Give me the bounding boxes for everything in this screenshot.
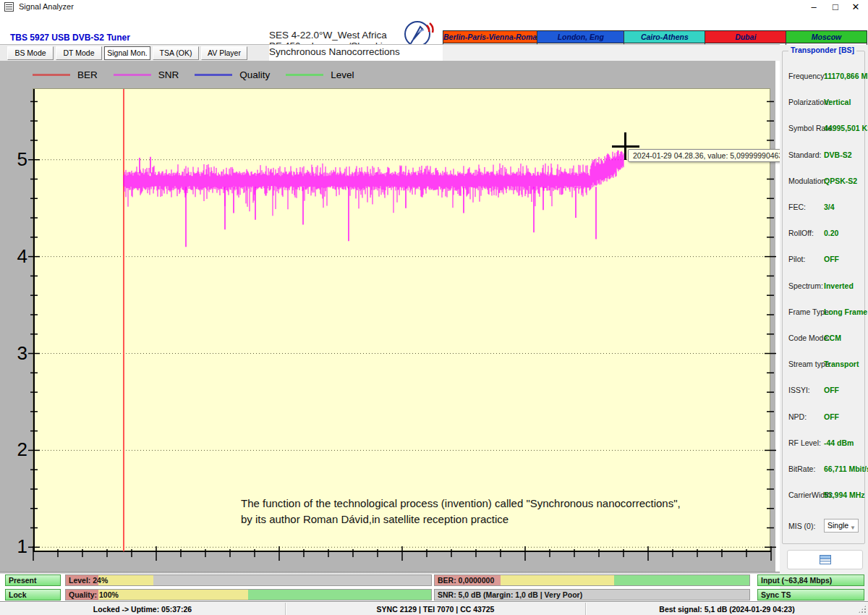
chart-tooltip: 2024-01-29 04.28.36, value: 5,0999999046… xyxy=(628,149,801,162)
transponder-groupbox: Transponder [BS] Frequency:11170,866 MHz… xyxy=(782,51,865,544)
transponder-row-value: 44995,501 KS/s xyxy=(824,124,868,132)
transponder-row-value: 3/4 xyxy=(824,203,835,211)
transponder-row-label: BitRate: xyxy=(788,465,815,473)
clock-city-label: Dubai xyxy=(705,30,786,43)
transponder-row-value: OFF xyxy=(824,255,839,263)
legend-item: Level xyxy=(286,69,354,80)
y-axis-tick-label: 3 xyxy=(7,343,27,363)
tab-tsa-ok-[interactable]: TSA (OK) xyxy=(153,46,199,60)
transponder-row-label: FEC: xyxy=(788,203,806,211)
titlebar: Signal Analyzer – □ ✕ xyxy=(0,0,868,14)
transponder-row-value: 11170,866 MHz xyxy=(824,72,868,80)
status-sync-counters: SYNC 2129 | TEI 7070 | CC 43725 xyxy=(286,603,586,615)
transponder-panel: Transponder [BS] Frequency:11170,866 MHz… xyxy=(780,45,868,603)
header: TBS 5927 USB DVB-S2 Tuner 22.0W - SES 4 … xyxy=(0,14,868,45)
chart-area: BERSNRQualityLevel The function of the t… xyxy=(0,61,775,572)
annotation-line-1: The function of the technological proces… xyxy=(241,496,681,512)
mode-tabs: BS ModeDT ModeSignal Mon.TSA (OK)AV Play… xyxy=(0,45,269,61)
mis-value: Single xyxy=(827,521,848,530)
status-lock-uptime: Locked -> Uptime: 05:37:26 xyxy=(0,603,286,615)
indicator-level: Level: 24% xyxy=(65,574,432,586)
subheader: BS ModeDT ModeSignal Mon.TSA (OK)AV Play… xyxy=(0,45,780,61)
tab-signal-mon-[interactable]: Signal Mon. xyxy=(104,46,150,60)
subheader-filler xyxy=(443,45,780,61)
transponder-row-value: OFF xyxy=(824,386,839,394)
indicator-ber: BER: 0,0000000 xyxy=(434,574,750,586)
transponder-row-label: Standard: xyxy=(788,150,822,159)
clock-city-label: Cairo-Athens xyxy=(624,30,705,43)
transponder-row-label: Frequency: xyxy=(788,72,827,80)
transponder-title: Transponder [BS] xyxy=(788,46,856,54)
y-axis-tick-label: 1 xyxy=(7,536,27,556)
transponder-row-label: NPD: xyxy=(788,412,807,421)
table-icon xyxy=(820,555,831,564)
transponder-row-label: RollOff: xyxy=(788,229,814,237)
window-title: Signal Analyzer xyxy=(19,2,74,11)
best-signal-text: Best signal: 5,1 dB (2024-01-29 04:23) xyxy=(659,605,794,614)
legend-item: BER xyxy=(33,69,98,80)
chart-legend: BERSNRQualityLevel xyxy=(33,67,354,82)
indicator-quality: Quality: 100% xyxy=(65,589,432,601)
legend-label: BER xyxy=(77,69,98,80)
transponder-row-label: RF Level: xyxy=(788,438,821,447)
tab-dt-mode[interactable]: DT Mode xyxy=(56,46,102,60)
indicator-sync-ts: Sync TS xyxy=(757,589,864,601)
transponder-row-label: Modulation: xyxy=(788,177,827,185)
transponder-row-label: Pilot: xyxy=(788,255,805,263)
legend-swatch xyxy=(195,74,232,76)
legend-item: Quality xyxy=(195,69,270,80)
resize-grip[interactable] xyxy=(858,605,867,614)
status-best-signal: Best signal: 5,1 dB (2024-01-29 04:23) xyxy=(586,603,868,615)
tab-bs-mode[interactable]: BS Mode xyxy=(7,46,54,60)
transponder-row-label: ISSYI: xyxy=(788,386,810,394)
transponder-row-value: Inverted xyxy=(824,281,854,290)
indicator-present: Present xyxy=(5,574,61,586)
chart-annotation: The function of the technological proces… xyxy=(241,496,681,527)
feed-line-1: SES 4-22.0°W_West Africa xyxy=(269,30,388,41)
tuner-name: TBS 5927 USB DVB-S2 Tuner xyxy=(10,33,130,43)
indicator-snr: SNR: 5,0 dB (Margin: 1,0 dB | Very Poor) xyxy=(434,589,750,601)
statusbar: Locked -> Uptime: 05:37:26 SYNC 2129 | T… xyxy=(0,603,868,615)
chevron-down-icon: ▼ xyxy=(850,522,856,534)
annotation-line-2: by its author Roman Dávid,in satellite r… xyxy=(241,512,681,527)
legend-item: SNR xyxy=(114,69,179,80)
legend-swatch xyxy=(286,74,323,76)
y-axis-tick-label: 4 xyxy=(7,246,27,266)
transponder-row-value: 0.20 xyxy=(824,229,838,237)
indicator-input-63-84-mbps-: Input (~63,84 Mbps) xyxy=(757,574,864,586)
transponder-row-value: OFF xyxy=(824,412,839,421)
legend-label: Quality xyxy=(239,69,270,80)
legend-swatch xyxy=(114,74,151,76)
transponder-row-value: Vertical xyxy=(824,98,851,106)
chart-bottom-divider xyxy=(0,572,780,574)
app-icon xyxy=(4,2,14,12)
legend-label: SNR xyxy=(158,69,179,80)
tab-av-player[interactable]: AV Player xyxy=(201,46,247,60)
mis-dropdown[interactable]: Single ▼ xyxy=(824,519,859,533)
transponder-row-value: CCM xyxy=(824,334,841,342)
transponder-row-value: QPSK-S2 xyxy=(824,177,857,185)
close-button[interactable]: ✕ xyxy=(846,1,865,13)
transponder-row-value: 53,994 MHz xyxy=(824,491,865,499)
legend-swatch xyxy=(33,74,70,76)
y-axis-tick-label: 2 xyxy=(7,439,27,459)
indicator-lock: Lock xyxy=(5,589,61,601)
y-axis-tick-label: 5 xyxy=(7,149,27,169)
feed-line-4: Synchronous Nanocorrections xyxy=(269,45,443,61)
clock-city-label: Berlin-Paris-Vienna-Roma xyxy=(443,30,537,43)
crosshair-cursor-v xyxy=(624,132,626,160)
transponder-row-value: Long Frame xyxy=(824,308,867,316)
mis-label: MIS (0): xyxy=(788,522,815,530)
legend-label: Level xyxy=(331,69,354,80)
clock-city-label: London, Eng xyxy=(537,30,624,43)
clock-city-label: Moscow xyxy=(786,30,867,43)
transponder-row-value: DVB-S2 xyxy=(824,150,852,159)
minimize-button[interactable]: – xyxy=(804,1,823,13)
transponder-row-label: Spectrum: xyxy=(788,281,823,290)
transponder-row-value: Transport xyxy=(824,360,859,368)
transponder-row-value: 66,711 Mbit/s xyxy=(824,465,868,473)
transponder-row-value: -44 dBm xyxy=(824,438,854,447)
maximize-button[interactable]: □ xyxy=(826,1,845,13)
panel-tool-button[interactable] xyxy=(787,550,863,569)
